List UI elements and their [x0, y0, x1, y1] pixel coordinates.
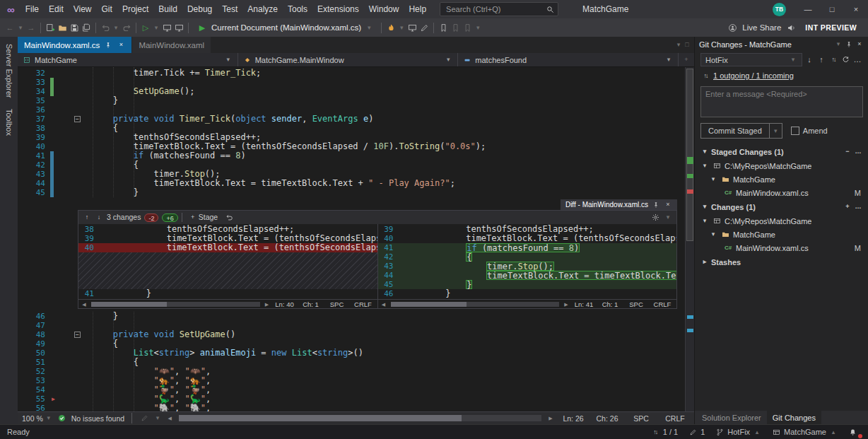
collapse-icon[interactable]: ▾ — [700, 201, 709, 213]
scroll-left-icon[interactable]: ◀ — [380, 298, 387, 310]
edit-mode-icon[interactable] — [139, 413, 149, 424]
scroll-right-icon[interactable]: ▶ — [264, 298, 271, 310]
collapse-icon[interactable]: ▾ — [700, 146, 709, 158]
menu-project[interactable]: Project — [117, 0, 153, 18]
tree-expander-icon[interactable]: ▾ — [700, 216, 709, 227]
project-folder-row[interactable]: ▾MatchGame — [695, 228, 868, 241]
menu-view[interactable]: View — [69, 0, 97, 18]
current-branch[interactable]: HotFix ▴ — [710, 425, 766, 439]
amend-checkbox[interactable]: Amend — [791, 127, 828, 135]
back-history-icon[interactable]: ▾ — [16, 22, 25, 33]
debug-target-options-icon[interactable]: ▾ — [152, 22, 160, 33]
menu-extensions[interactable]: Extensions — [312, 0, 364, 18]
diff-options-icon[interactable]: ▾ — [664, 212, 672, 223]
menu-debug[interactable]: Debug — [182, 0, 217, 18]
eol-indicator[interactable]: CRLF — [660, 414, 690, 423]
open-file-button[interactable] — [57, 22, 68, 33]
staged-changes-header[interactable]: Staged Changes (1) — [711, 148, 784, 156]
search-input[interactable]: Search (Ctrl+Q) — [440, 2, 558, 16]
maximize-button[interactable]: □ — [820, 0, 844, 18]
diff-left-hscrollbar[interactable] — [91, 302, 260, 307]
line-indicator[interactable]: Ln: 26 — [558, 414, 588, 423]
undo-button[interactable] — [100, 22, 111, 33]
pin-icon[interactable] — [845, 39, 853, 50]
more-actions-icon[interactable]: … — [852, 54, 862, 66]
pin-icon[interactable] — [652, 199, 660, 211]
document-tab[interactable]: MainWindow.xaml.cs× — [18, 37, 131, 53]
scroll-left-icon[interactable]: ◀ — [166, 413, 173, 424]
stage-all-icon[interactable]: + — [843, 201, 852, 213]
status-sync-counts[interactable]: ↑↓ 1 / 1 — [645, 425, 683, 439]
pull-button[interactable]: ↑↓ — [828, 54, 838, 66]
menu-git[interactable]: Git — [97, 0, 117, 18]
diff-before-pane[interactable]: 38 tenthsOfSecondsElapsed++;39 timeTextB… — [78, 224, 377, 299]
redo-button[interactable] — [121, 22, 132, 33]
feedback-icon[interactable] — [785, 22, 797, 33]
scrollbar-thumb[interactable] — [686, 69, 693, 241]
tree-expander-icon[interactable]: ▾ — [709, 229, 717, 240]
menu-tools[interactable]: Tools — [283, 0, 312, 18]
breadcrumb-dropdown[interactable]: matchesFound▾ — [458, 53, 679, 66]
menu-test[interactable]: Test — [217, 0, 242, 18]
section-more-icon[interactable]: … — [854, 201, 862, 213]
menu-window[interactable]: Window — [364, 0, 404, 18]
commit-options-icon[interactable]: ▾ — [769, 124, 782, 138]
fold-toggle[interactable]: − — [74, 116, 81, 122]
project-folder-row[interactable]: ▾MatchGame — [695, 172, 868, 186]
space-indicator[interactable]: SPC — [626, 414, 656, 423]
navbar-extra-icon[interactable]: + — [682, 54, 691, 66]
navigate-forward-button[interactable]: → — [25, 22, 37, 33]
close-icon[interactable]: × — [664, 199, 672, 211]
diff-tab[interactable]: Diff - MainWindow.xaml.cs × — [561, 199, 677, 210]
scroll-right-icon[interactable]: ▶ — [563, 298, 570, 310]
bookmark-options-icon[interactable]: ▾ — [474, 22, 482, 33]
live-share-icon[interactable] — [727, 22, 738, 33]
issues-label[interactable]: No issues found — [71, 414, 124, 423]
run-button[interactable]: ▶ Current Document (MainWindow.xaml.cs) … — [192, 20, 377, 35]
stashes-header[interactable]: Stashes — [711, 258, 741, 267]
editor-scrollbar[interactable] — [685, 67, 694, 411]
push-button[interactable]: ↑ — [816, 54, 826, 66]
refresh-button[interactable] — [840, 54, 850, 66]
changed-file-row[interactable]: C#MainWindow.xaml.csM — [695, 186, 868, 199]
prev-bookmark-button[interactable] — [450, 22, 461, 33]
preview-badge[interactable]: INT PREVIEW — [805, 23, 857, 32]
menu-edit[interactable]: Edit — [44, 0, 69, 18]
close-icon[interactable]: × — [855, 39, 864, 50]
navigate-back-button[interactable]: ← — [4, 22, 16, 33]
panel-tab-git-changes[interactable]: Git Changes — [767, 411, 821, 424]
repo-root-row[interactable]: ▾C:\MyRepos\MatchGame — [695, 159, 868, 172]
panel-tab-solution-explorer[interactable]: Solution Explorer — [696, 411, 767, 424]
save-button[interactable] — [69, 22, 80, 33]
diff-right-hscrollbar[interactable] — [391, 302, 560, 307]
tree-expander-icon[interactable]: ▾ — [709, 174, 717, 185]
commit-staged-button[interactable]: Commit Staged ▾ — [700, 123, 782, 139]
horizontal-scrollbar[interactable] — [179, 415, 541, 421]
health-check-icon[interactable] — [57, 413, 67, 424]
pin-icon[interactable] — [104, 40, 112, 51]
tool-tab-toolbox[interactable]: Toolbox — [5, 109, 13, 136]
document-list-icon[interactable]: ▾ — [674, 40, 683, 51]
sync-status-link[interactable]: 1 outgoing / 1 incoming — [713, 71, 794, 80]
next-bookmark-button[interactable] — [462, 22, 473, 33]
changed-file-row[interactable]: C#MainWindow.xaml.csM — [695, 241, 868, 254]
fetch-button[interactable]: ↓ — [804, 54, 814, 66]
edit-mode-options-icon[interactable]: ▾ — [153, 413, 162, 424]
changes-header[interactable]: Changes (1) — [711, 203, 756, 211]
stage-button[interactable]: +Stage — [186, 212, 221, 223]
menu-analyze[interactable]: Analyze — [242, 0, 283, 18]
tool-tab-server-explorer[interactable]: Server Explorer — [5, 44, 13, 98]
panel-menu-icon[interactable]: ▾ — [834, 39, 843, 50]
xaml-preview-button[interactable] — [406, 22, 418, 33]
breadcrumb-dropdown[interactable]: MatchGame.MainWindow▾ — [238, 53, 459, 66]
close-button[interactable]: × — [844, 0, 868, 18]
menu-file[interactable]: File — [20, 0, 44, 18]
fold-toggle[interactable]: − — [74, 332, 81, 338]
save-all-button[interactable] — [81, 22, 92, 33]
previous-change-button[interactable]: ↑ — [83, 212, 91, 223]
diff-after-pane[interactable]: 39 tenthsOfSecondsElapsed++;40 timeTextB… — [377, 224, 677, 299]
hot-reload-button[interactable] — [385, 22, 397, 33]
new-project-button[interactable] — [45, 22, 56, 33]
code-editor[interactable]: 32 timer.Tick += Timer_Tick;3334 SetUpGa… — [18, 67, 694, 411]
browser-target-button[interactable] — [173, 22, 184, 33]
